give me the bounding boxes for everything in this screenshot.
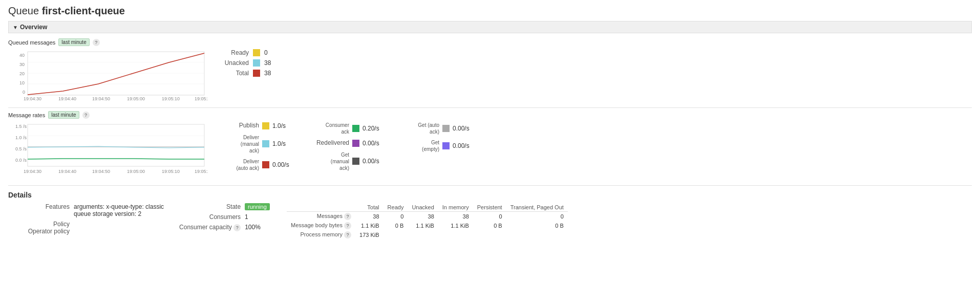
row-messages-ready: 0 xyxy=(384,212,408,222)
state-value: running xyxy=(245,203,270,210)
rates-filter[interactable]: last minute xyxy=(48,111,79,119)
svg-text:0.5 /s: 0.5 /s xyxy=(15,146,27,151)
row-body-bytes-total: 1.1 KiB xyxy=(355,221,384,230)
svg-text:19:05:20: 19:05:20 xyxy=(195,169,208,174)
queued-messages-row: 40 30 20 10 0 19:04:30 xyxy=(8,49,972,104)
details-left: Features arguments: x-queue-type: classi… xyxy=(8,203,164,239)
row-body-bytes-in-memory: 1.1 KiB xyxy=(438,221,473,230)
operator-policy-row: Operator policy xyxy=(8,228,164,235)
details-right: Total Ready Unacked In memory Persistent… xyxy=(287,203,568,239)
rate-consumer-ack-label: Consumerack xyxy=(308,122,349,135)
svg-text:40: 40 xyxy=(19,53,25,58)
rate-publish: Publish 1.0/s xyxy=(218,122,293,130)
consumers-value: 1 xyxy=(245,213,248,221)
state-row: State running xyxy=(179,203,271,210)
rate-consumer-ack-value: 0.20/s xyxy=(363,125,383,132)
rate-publish-color xyxy=(262,122,269,129)
consumer-capacity-help[interactable]: ? xyxy=(233,224,241,231)
rate-consumer-ack-color xyxy=(352,125,359,132)
page-container: Queue first-client-queue ▼ Overview Queu… xyxy=(0,0,980,245)
queued-messages-chart: 40 30 20 10 0 19:04:30 xyxy=(8,49,208,104)
rate-deliver-auto-label: Deliver(auto ack) xyxy=(218,158,259,171)
row-process-memory-label: Process memory ? xyxy=(287,230,355,239)
svg-text:0.0 /s: 0.0 /s xyxy=(15,158,27,163)
rate-get-manual-label: Get(manualack) xyxy=(308,151,349,171)
rate-get-manual-color xyxy=(352,158,359,165)
state-label: State xyxy=(179,203,241,210)
row-messages-label: Messages ? xyxy=(287,212,355,222)
row-messages-unacked: 38 xyxy=(408,212,438,222)
row-process-memory-in-memory xyxy=(438,230,473,239)
rate-redelivered-color xyxy=(352,140,359,147)
row-messages-in-memory: 38 xyxy=(438,212,473,222)
stat-ready-value: 0 xyxy=(264,49,280,56)
table-row-body-bytes: Message body bytes ? 1.1 KiB 0 B 1.1 KiB… xyxy=(287,221,568,230)
rate-redelivered-value: 0.00/s xyxy=(363,140,383,147)
svg-text:19:04:50: 19:04:50 xyxy=(92,169,110,174)
rate-deliver-auto: Deliver(auto ack) 0.00/s xyxy=(218,158,293,171)
row-body-bytes-transient: 0 B xyxy=(506,221,568,230)
row-process-memory-persistent xyxy=(473,230,506,239)
stat-total-label: Total xyxy=(218,70,249,77)
row-messages-transient: 0 xyxy=(506,212,568,222)
rate-get-empty: Get(empty) 0.00/s xyxy=(398,139,473,152)
queued-messages-help[interactable]: ? xyxy=(93,39,100,46)
details-middle: State running Consumers 1 Consumer capac… xyxy=(179,203,271,239)
row-messages-persistent: 0 xyxy=(473,212,506,222)
stat-ready: Ready 0 xyxy=(218,49,280,56)
stat-ready-color xyxy=(253,49,260,56)
svg-text:19:05:10: 19:05:10 xyxy=(162,169,180,174)
consumers-label: Consumers xyxy=(179,213,241,221)
svg-text:30: 30 xyxy=(19,62,25,67)
col-unacked: Unacked xyxy=(408,203,438,212)
svg-text:1.0 /s: 1.0 /s xyxy=(15,135,27,140)
svg-text:19:04:40: 19:04:40 xyxy=(58,96,76,101)
svg-text:10: 10 xyxy=(19,80,25,85)
svg-text:19:04:50: 19:04:50 xyxy=(92,96,110,101)
policy-label: Policy xyxy=(8,221,70,228)
features-label: Features xyxy=(8,203,70,210)
message-rates-row: 1.5 /s 1.0 /s 0.5 /s 0.0 /s xyxy=(8,122,972,177)
rate-get-empty-label: Get(empty) xyxy=(398,139,439,152)
message-rates-label: Message rates last minute ? xyxy=(8,111,972,119)
consumer-capacity-value: 100% xyxy=(245,224,261,231)
svg-text:19:04:30: 19:04:30 xyxy=(24,169,41,174)
svg-text:20: 20 xyxy=(19,71,25,76)
rate-publish-value: 1.0/s xyxy=(272,122,293,129)
svg-text:19:05:00: 19:05:00 xyxy=(127,96,145,101)
rate-consumer-ack: Consumerack 0.20/s xyxy=(308,122,383,135)
details-section: Details Features arguments: x-queue-type… xyxy=(8,191,972,239)
rates-chart-svg: 1.5 /s 1.0 /s 0.5 /s 0.0 /s xyxy=(8,122,208,176)
stat-total-color xyxy=(253,70,260,77)
message-rates-chart: 1.5 /s 1.0 /s 0.5 /s 0.0 /s xyxy=(8,122,208,177)
rate-deliver-manual-color xyxy=(262,140,269,147)
overview-arrow-icon: ▼ xyxy=(13,25,18,30)
svg-text:19:05:10: 19:05:10 xyxy=(162,96,180,101)
stat-total-value: 38 xyxy=(264,70,280,77)
stat-total: Total 38 xyxy=(218,70,280,77)
row-body-bytes-label: Message body bytes ? xyxy=(287,221,355,230)
rates-stats: Publish 1.0/s Deliver(manualack) 1.0/s D… xyxy=(218,122,473,171)
page-title: Queue first-client-queue xyxy=(8,5,972,17)
col-persistent: Persistent xyxy=(473,203,506,212)
stat-unacked: Unacked 38 xyxy=(218,59,280,67)
consumer-capacity-label: Consumer capacity ? xyxy=(179,224,241,231)
queued-messages-filter[interactable]: last minute xyxy=(58,38,89,46)
col-in-memory: In memory xyxy=(438,203,473,212)
messages-table: Total Ready Unacked In memory Persistent… xyxy=(287,203,568,239)
rates-help[interactable]: ? xyxy=(82,112,90,119)
svg-text:19:05:00: 19:05:00 xyxy=(127,169,145,174)
rate-get-empty-color xyxy=(442,142,450,149)
stat-unacked-label: Unacked xyxy=(218,59,249,67)
rate-deliver-manual: Deliver(manualack) 1.0/s xyxy=(218,134,293,154)
rate-redelivered-label: Redelivered xyxy=(308,139,349,147)
rate-deliver-auto-color xyxy=(262,161,269,168)
features-row: Features arguments: x-queue-type: classi… xyxy=(8,203,164,217)
col-total: Total xyxy=(355,203,384,212)
policy-row: Policy xyxy=(8,221,164,228)
row-body-bytes-persistent: 0 B xyxy=(473,221,506,230)
overview-header[interactable]: ▼ Overview xyxy=(8,21,972,33)
svg-text:19:05:20: 19:05:20 xyxy=(195,96,208,101)
rate-deliver-auto-value: 0.00/s xyxy=(272,161,293,168)
rate-get-empty-value: 0.00/s xyxy=(453,142,473,149)
